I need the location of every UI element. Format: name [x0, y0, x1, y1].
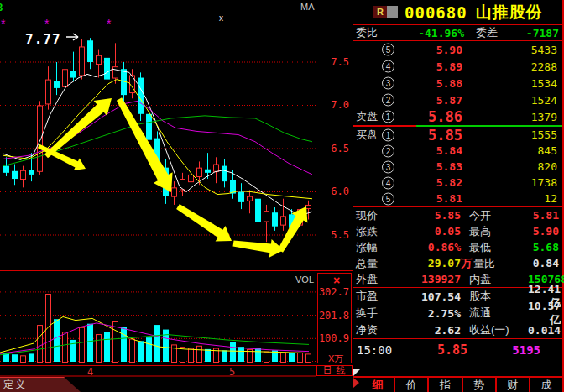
volume-bar-up	[172, 345, 177, 363]
candle-up	[180, 180, 185, 190]
bid-volume: 845	[482, 144, 557, 157]
stock-chart-canvas: ***	[0, 0, 352, 392]
ask-row-2[interactable]: 2 5.87 1524	[353, 91, 562, 108]
ask-price: 5.90	[404, 44, 462, 56]
tab-deals[interactable]: 成	[529, 378, 562, 392]
price-tick-5-5: 5.5	[316, 229, 349, 241]
bid-price: 5.81	[404, 192, 462, 205]
tab-detail[interactable]: 细	[362, 378, 394, 392]
volume-bar-up	[264, 352, 269, 362]
bid-price: 5.82	[404, 176, 462, 189]
stock-code: 000680	[405, 3, 467, 22]
bid-row-5[interactable]: 5 5.81 12	[353, 191, 562, 206]
candle-up	[306, 205, 311, 208]
label-eps: 收益(一)	[469, 322, 528, 337]
volume-bar-down	[205, 349, 211, 362]
candle-down	[205, 170, 211, 173]
ask-row-4[interactable]: 4 5.89 2288	[353, 58, 562, 75]
volume-bar-up	[97, 335, 102, 363]
value-current: 5.85	[397, 209, 461, 222]
candle-down	[222, 166, 227, 182]
info-row-volume: 总量 29.07万 量比 0.84	[353, 255, 562, 271]
fund-row-navps: 净资 2.62 收益(一) 0.014	[353, 321, 562, 338]
candle-down	[12, 171, 18, 179]
ma-legend-label: MA	[300, 2, 315, 12]
tab-index[interactable]: 指	[427, 378, 461, 392]
margin-badge-r: R	[373, 6, 387, 18]
volume-bar-up	[306, 354, 311, 363]
stock-app-window: *** 8 7.77 x MA 7.5 7.0 6.5 6.0 5.5 VOL …	[0, 0, 564, 392]
trend-arrow	[176, 204, 232, 242]
candle-up	[97, 55, 102, 64]
candle-down	[70, 71, 76, 77]
panel-spacer	[353, 361, 562, 376]
level-badge: 1	[382, 111, 394, 123]
weicha-label: 委差	[476, 25, 498, 40]
volume-bar-down	[154, 325, 160, 362]
tab-price[interactable]: 价	[394, 378, 427, 392]
tab-scroll-marker	[353, 378, 359, 388]
volume-bar-up	[197, 346, 202, 362]
label-inner: 内盘	[469, 272, 528, 287]
ask-volume: 1534	[482, 77, 557, 90]
bid-volume: 820	[482, 160, 557, 173]
bid-price-1: 5.85	[404, 127, 462, 144]
ask-price-1: 5.86	[404, 108, 462, 125]
level-badge: 5	[382, 44, 394, 56]
ask-row-3[interactable]: 3 5.88 1534	[353, 75, 562, 91]
label-low: 最低	[469, 240, 528, 255]
bid-row-1[interactable]: 买盘 1 5.85 1555	[353, 127, 562, 143]
bid-volume: 1738	[482, 176, 557, 189]
volume-bar-down	[222, 350, 227, 362]
price-tick-6-0: 6.0	[316, 186, 349, 197]
buy-side-label: 买盘	[356, 128, 378, 143]
period-tab-daily[interactable]: 日 线	[316, 365, 352, 376]
ask-row-5[interactable]: 5 5.90 5433	[353, 41, 562, 58]
volume-bar-up	[21, 356, 26, 363]
level-badge: 2	[382, 144, 394, 157]
value-outer: 139927	[397, 273, 461, 285]
candle-up	[172, 188, 177, 196]
vol-tick-3: 100.9	[316, 332, 349, 344]
candle-up	[189, 175, 194, 181]
vol-tick-2: 201.8	[316, 310, 349, 321]
candle-up	[248, 196, 253, 201]
level-badge: 4	[382, 60, 394, 73]
candle-up	[80, 47, 85, 76]
info-row-price: 现价 5.85 今开 5.81	[353, 207, 562, 223]
ask-row-1[interactable]: 卖盘 1 5.86 1379	[353, 108, 562, 125]
close-indicator-button[interactable]: ×	[333, 275, 340, 285]
value-open: 5.81	[528, 209, 562, 222]
tab-trend[interactable]: 势	[462, 378, 495, 392]
volume-bar-down	[29, 353, 34, 362]
candle-down	[54, 81, 60, 88]
bid-row-2[interactable]: 2 5.84 845	[353, 143, 562, 159]
level-badge: 2	[382, 94, 394, 107]
bid-row-3[interactable]: 3 5.83 820	[353, 159, 562, 175]
label-shares: 股本	[469, 289, 528, 304]
candle-up	[197, 168, 202, 176]
bid-row-4[interactable]: 4 5.82 1738	[353, 175, 562, 191]
tab-finance[interactable]: 财	[495, 378, 529, 392]
exright-mark: *	[107, 17, 112, 30]
candle-down	[87, 40, 93, 62]
volume-bar-up	[46, 295, 51, 363]
label-current: 现价	[353, 208, 397, 223]
volume-bar-down	[138, 341, 144, 362]
label-pe: 市盈	[353, 289, 397, 304]
margin-badge: R	[373, 6, 398, 18]
candle-down	[238, 192, 244, 202]
corner-digit: 8	[0, 1, 3, 13]
volume-bar-down	[12, 354, 18, 362]
ask-price: 5.87	[404, 94, 462, 107]
vol-tick-1: 302.7	[316, 286, 349, 298]
bid-price: 5.83	[404, 160, 462, 173]
volume-bar-down	[54, 319, 60, 362]
info-row-pct: 涨幅 0.86% 最低 5.68	[353, 239, 562, 255]
price-volume-chart[interactable]: *** 8 7.77 x MA 7.5 7.0 6.5 6.0 5.5 VOL …	[0, 0, 352, 392]
ask-price: 5.88	[404, 77, 462, 90]
volume-bar-down	[104, 332, 110, 362]
period-corner-triangle	[352, 369, 360, 377]
candle-up	[21, 170, 26, 179]
level-badge: 3	[382, 160, 394, 173]
